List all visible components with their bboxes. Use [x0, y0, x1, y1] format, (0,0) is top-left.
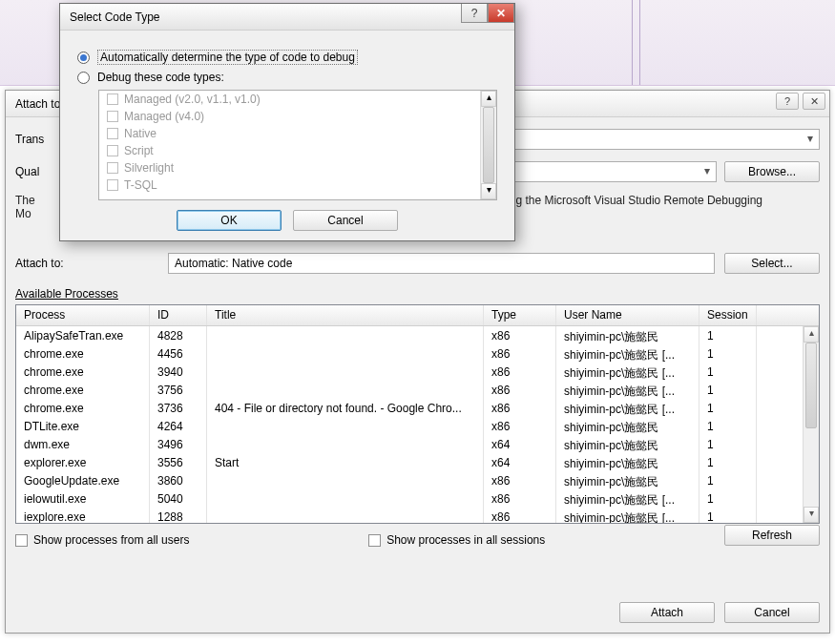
table-row[interactable]: chrome.exe3756x86shiyimin-pc\施懿民 [...1 — [16, 381, 819, 399]
cell-process: dwm.exe — [16, 435, 150, 453]
cell-type: x64 — [484, 435, 556, 453]
code-type-checkbox — [107, 93, 118, 105]
cell-user: shiyimin-pc\施懿民 — [556, 471, 699, 489]
code-type-checkbox — [107, 111, 118, 122]
cell-session: 1 — [699, 508, 757, 524]
ok-button[interactable]: OK — [177, 210, 282, 231]
cell-id: 4828 — [150, 326, 207, 344]
select-code-type-dialog: Select Code Type ? ✕ Automatically deter… — [59, 3, 515, 241]
modal-titlebar[interactable]: Select Code Type ? ✕ — [60, 4, 514, 31]
process-scrollbar[interactable]: ▴ ▾ — [803, 326, 819, 523]
code-type-item: Script — [99, 142, 496, 159]
cell-session: 1 — [699, 399, 757, 417]
cell-title — [207, 435, 484, 453]
cell-user: shiyimin-pc\施懿民 [... — [556, 489, 699, 508]
code-type-label: Native — [124, 127, 157, 140]
cell-type: x86 — [484, 508, 556, 524]
cell-title: Start — [207, 453, 484, 471]
show-all-sessions-label: Show processes in all sessions — [386, 533, 545, 547]
table-row[interactable]: chrome.exe3940x86shiyimin-pc\施懿民 [...1 — [16, 363, 819, 381]
parent-title-text: Attach to — [15, 97, 60, 111]
process-table-header[interactable]: Process ID Title Type User Name Session — [16, 305, 819, 326]
col-user[interactable]: User Name — [556, 305, 699, 325]
modal-help-icon[interactable]: ? — [461, 4, 488, 23]
table-row[interactable]: chrome.exe3736404 - File or directory no… — [16, 399, 819, 417]
code-type-label: Silverlight — [124, 161, 174, 175]
browse-button[interactable]: Browse... — [724, 161, 820, 182]
cell-id: 3940 — [150, 363, 207, 381]
attach-button[interactable]: Attach — [619, 602, 715, 623]
cancel-button[interactable]: Cancel — [724, 602, 820, 623]
types-scroll-down-icon[interactable]: ▾ — [481, 183, 496, 199]
cell-process: chrome.exe — [16, 344, 150, 363]
cell-user: shiyimin-pc\施懿民 [... — [556, 363, 699, 381]
code-type-label: T-SQL — [124, 178, 157, 192]
cell-process: GoogleUpdate.exe — [16, 471, 150, 489]
show-all-users-label: Show processes from all users — [33, 533, 189, 547]
table-row[interactable]: chrome.exe4456x86shiyimin-pc\施懿民 [...1 — [16, 344, 819, 363]
available-processes-label: Available Processes — [15, 287, 820, 301]
code-type-item: Silverlight — [99, 159, 496, 177]
cell-id: 3756 — [150, 381, 207, 399]
code-type-checkbox — [107, 128, 118, 139]
modal-cancel-button[interactable]: Cancel — [293, 210, 398, 231]
cell-id: 3860 — [150, 471, 207, 489]
refresh-button[interactable]: Refresh — [724, 525, 820, 546]
cell-id: 3496 — [150, 435, 207, 453]
scroll-down-icon[interactable]: ▾ — [804, 507, 819, 523]
code-type-item: Managed (v4.0) — [99, 108, 496, 125]
scroll-thumb[interactable] — [805, 343, 817, 428]
table-row[interactable]: dwm.exe3496x64shiyimin-pc\施懿民1 — [16, 435, 819, 453]
col-process[interactable]: Process — [16, 305, 150, 325]
table-row[interactable]: DTLite.exe4264x86shiyimin-pc\施懿民1 — [16, 417, 819, 435]
code-type-checkbox — [107, 145, 118, 156]
types-scrollbar[interactable]: ▴ ▾ — [480, 91, 496, 199]
radio-manual-label: Debug these code types: — [97, 71, 224, 84]
cell-type: x86 — [484, 344, 556, 363]
show-all-sessions-checkbox[interactable] — [368, 534, 381, 547]
cell-process: iexplore.exe — [16, 508, 150, 524]
modal-close-icon[interactable]: ✕ — [488, 4, 514, 23]
cell-process: ielowutil.exe — [16, 489, 150, 508]
table-row[interactable]: explorer.exe3556Startx64shiyimin-pc\施懿民1 — [16, 453, 819, 471]
cell-type: x86 — [484, 417, 556, 435]
radio-auto[interactable] — [77, 52, 90, 64]
table-row[interactable]: ielowutil.exe5040x86shiyimin-pc\施懿民 [...… — [16, 489, 819, 508]
cell-type: x86 — [484, 399, 556, 417]
select-button[interactable]: Select... — [724, 253, 820, 274]
code-type-item: Native — [99, 125, 496, 142]
col-title[interactable]: Title — [207, 305, 484, 325]
types-scroll-thumb[interactable] — [483, 107, 494, 183]
cell-id: 3736 — [150, 399, 207, 417]
scroll-up-icon[interactable]: ▴ — [804, 326, 819, 343]
col-type[interactable]: Type — [484, 305, 556, 325]
cell-title — [207, 381, 484, 399]
cell-title — [207, 344, 484, 363]
code-type-item: T-SQL — [99, 177, 496, 194]
cell-id: 1288 — [150, 508, 207, 524]
cell-user: shiyimin-pc\施懿民 [... — [556, 381, 699, 399]
cell-type: x86 — [484, 363, 556, 381]
table-row[interactable]: AlipaySafeTran.exe4828x86shiyimin-pc\施懿民… — [16, 326, 819, 344]
code-type-label: Script — [124, 144, 154, 157]
radio-manual[interactable] — [77, 72, 90, 84]
attach-to-label: Attach to: — [15, 257, 158, 270]
cell-session: 1 — [699, 326, 757, 344]
close-icon[interactable]: ✕ — [803, 93, 825, 110]
cell-user: shiyimin-pc\施懿民 — [556, 326, 699, 344]
process-table[interactable]: Process ID Title Type User Name Session … — [15, 304, 820, 524]
cell-id: 5040 — [150, 489, 207, 508]
cell-session: 1 — [699, 363, 757, 381]
cell-session: 1 — [699, 471, 757, 489]
table-row[interactable]: GoogleUpdate.exe3860x86shiyimin-pc\施懿民1 — [16, 471, 819, 489]
col-id[interactable]: ID — [150, 305, 207, 325]
code-type-checkbox — [107, 162, 118, 174]
col-session[interactable]: Session — [699, 305, 757, 325]
help-icon[interactable]: ? — [776, 93, 799, 110]
code-types-list: Managed (v2.0, v1.1, v1.0)Managed (v4.0)… — [98, 90, 497, 200]
show-all-users-checkbox[interactable] — [15, 534, 28, 547]
table-row[interactable]: iexplore.exe1288x86shiyimin-pc\施懿民 [...1 — [16, 508, 819, 524]
cell-type: x86 — [484, 381, 556, 399]
cell-user: shiyimin-pc\施懿民 [... — [556, 344, 699, 363]
types-scroll-up-icon[interactable]: ▴ — [481, 91, 496, 107]
